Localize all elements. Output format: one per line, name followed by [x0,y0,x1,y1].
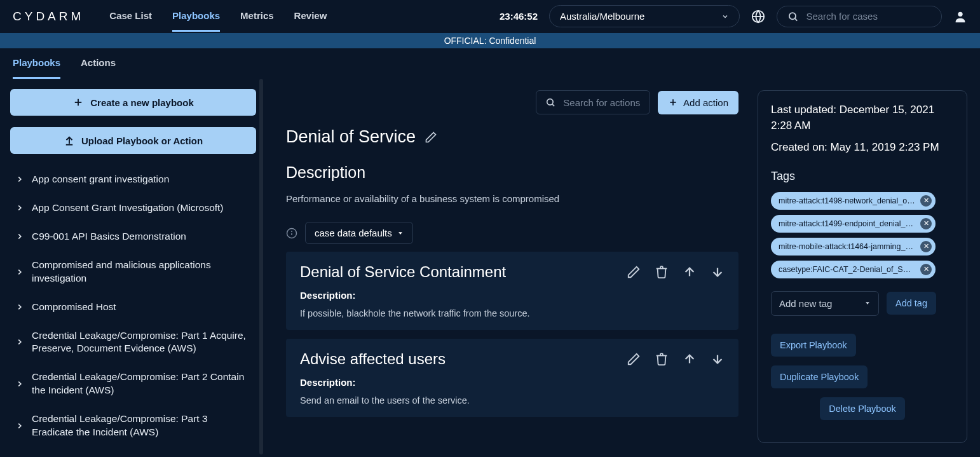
add-action-label: Add action [683,97,728,108]
playbook-item[interactable]: App consent grant investigation [10,165,256,194]
step-card: Denial of Service Containment Descriptio… [286,252,738,330]
playbook-item[interactable]: App Consent Grant Investigation (Microso… [10,194,256,222]
sidebar: Create a new playbook Upload Playbook or… [0,79,267,454]
step-desc-label: Description: [300,290,725,301]
tag-list: mitre-attack:t1498-network_denial_of_ser… [771,192,954,283]
playbook-item-label: Compromised Host [32,301,116,314]
playbook-item-label: App Consent Grant Investigation (Microso… [32,201,224,215]
user-icon[interactable] [953,10,967,24]
remove-tag-button[interactable]: ✕ [920,218,932,229]
case-data-defaults-select[interactable]: case data defaults [305,222,413,244]
subtab-actions[interactable]: Actions [81,48,116,79]
step-title: Advise affected users [300,350,446,368]
last-updated: Last updated: December 15, 2021 2:28 AM [771,102,954,133]
timezone-select[interactable]: Australia/Melbourne [549,5,740,27]
playbook-item[interactable]: Credential Leakage/Compromise: Part 2 Co… [10,363,256,405]
edit-step-button[interactable] [627,352,641,366]
global-search-input[interactable] [806,11,931,22]
tag-chip: mitre-mobile-attack:t1464-jamming_or_den… [771,238,936,256]
move-up-button[interactable] [683,265,697,279]
playbook-item-label: Credential Leakage/Compromise: Part 2 Co… [32,371,251,397]
search-icon [545,96,555,109]
remove-tag-button[interactable]: ✕ [920,195,932,207]
clock: 23:46:52 [500,11,538,22]
move-down-button[interactable] [711,352,725,366]
upload-playbook-label: Upload Playbook or Action [81,135,203,146]
brand-text: CYDARM [13,10,84,24]
export-playbook-button[interactable]: Export Playbook [771,334,856,357]
tag-text: mitre-attack:t1498-network_denial_of_ser… [779,196,915,205]
playbook-item[interactable]: C99-001 API Basics Demonstration [10,222,256,251]
globe-icon[interactable] [751,10,765,24]
delete-playbook-button[interactable]: Delete Playbook [820,397,905,420]
edit-title-button[interactable] [425,131,437,144]
add-tag-placeholder: Add new tag [779,298,832,309]
upload-icon [64,135,75,146]
info-icon[interactable] [286,228,297,239]
nav-case-list[interactable]: Case List [109,1,152,32]
remove-tag-button[interactable]: ✕ [920,241,932,252]
create-playbook-button[interactable]: Create a new playbook [10,89,256,116]
svg-marker-15 [398,232,402,235]
chevron-right-icon [15,379,24,388]
upload-playbook-button[interactable]: Upload Playbook or Action [10,127,256,154]
svg-point-14 [292,231,292,231]
sub-tabs: Playbooks Actions [0,48,980,79]
playbook-item-label: Credential Leakage/Compromise: Part 3 Er… [32,413,251,439]
subtab-playbooks[interactable]: Playbooks [13,48,60,79]
playbook-item[interactable]: Compromised Host [10,293,256,322]
action-search[interactable] [536,90,650,114]
move-up-button[interactable] [683,352,697,366]
brand-logo: CYDARM [13,10,84,24]
nav-playbooks[interactable]: Playbooks [172,1,220,32]
playbook-item[interactable]: Credential Leakage/Compromise: Part 3 Er… [10,405,256,447]
playbook-list: App consent grant investigation App Cons… [10,165,256,447]
timezone-value: Australia/Melbourne [560,11,644,22]
playbook-item-label: App consent grant investigation [32,173,169,186]
pencil-icon [425,131,437,144]
step-title: Denial of Service Containment [300,263,506,281]
plus-icon [72,97,84,108]
add-tag-button[interactable]: Add tag [887,292,936,315]
chevron-down-icon [864,300,871,306]
add-action-button[interactable]: Add action [658,91,738,114]
playbook-item-label: C99-001 API Basics Demonstration [32,230,186,243]
main-nav: Case List Playbooks Metrics Review [109,1,327,32]
playbook-item[interactable]: Compromised and malicious applications i… [10,251,256,293]
step-card: Advise affected users Description: Send … [286,339,738,417]
playbook-item[interactable]: Credential Leakage/Compromise: Part 1 Ac… [10,322,256,364]
created-on: Created on: May 11, 2019 2:23 PM [771,140,954,156]
delete-step-button[interactable] [655,352,669,366]
playbook-item-label: Credential Leakage/Compromise: Part 1 Ac… [32,329,251,356]
step-desc-text: If possible, blackhole the network traff… [300,308,725,318]
meta-panel: Last updated: December 15, 2021 2:28 AM … [758,90,967,443]
playbook-title: Denial of Service [286,127,416,147]
chevron-down-icon [721,13,729,20]
duplicate-playbook-button[interactable]: Duplicate Playbook [771,365,868,388]
tag-chip: mitre-attack:t1499-endpoint_denial_of_se… [771,215,936,233]
step-desc-label: Description: [300,377,725,388]
chevron-right-icon [15,303,24,311]
classification-banner: OFFICIAL: Confidential [0,33,980,48]
tag-text: mitre-mobile-attack:t1464-jamming_or_den… [779,242,915,251]
add-tag-select[interactable]: Add new tag [771,291,879,316]
action-search-input[interactable] [563,97,641,108]
tag-chip: mitre-attack:t1498-network_denial_of_ser… [771,192,936,210]
description-heading: Description [286,163,738,182]
case-data-defaults-label: case data defaults [315,228,392,238]
delete-step-button[interactable] [655,265,669,279]
nav-metrics[interactable]: Metrics [240,1,274,32]
move-down-button[interactable] [711,265,725,279]
edit-step-button[interactable] [627,265,641,279]
plus-icon [668,97,678,107]
chevron-right-icon [15,421,24,430]
global-search[interactable] [777,6,942,27]
svg-line-3 [795,18,797,20]
nav-review[interactable]: Review [294,1,327,32]
remove-tag-button[interactable]: ✕ [920,264,932,275]
svg-point-4 [958,11,962,16]
tag-text: casetype:FAIC-CAT_2-Denial_of_Service [779,265,915,274]
playbook-item-label: Compromised and malicious applications i… [32,259,251,285]
chevron-right-icon [15,175,24,184]
svg-point-2 [789,13,796,19]
